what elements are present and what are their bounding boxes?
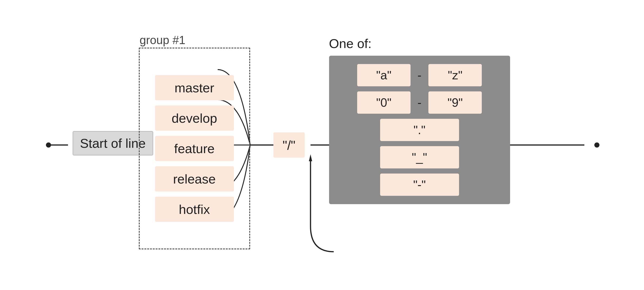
branch-feature: feature <box>155 136 234 161</box>
char-a: "a" <box>357 64 410 86</box>
diagram-container: Start of line group #1 master develop fe… <box>32 18 612 272</box>
branch-release: release <box>155 166 234 192</box>
one-of-row-09: "0" - "9" <box>338 92 501 114</box>
svg-marker-4 <box>309 154 312 161</box>
one-of-row-underscore: "_" <box>338 146 501 168</box>
one-of-row-dot: "." <box>338 119 501 141</box>
char-0: "0" <box>357 92 410 114</box>
start-of-line-label: Start of line <box>80 136 146 150</box>
end-dot <box>594 142 600 148</box>
one-of-row-hyphen: "-" <box>338 174 501 196</box>
char-underscore: "_" <box>380 146 459 168</box>
group-label: group #1 <box>140 34 186 47</box>
char-9: "9" <box>428 92 482 114</box>
one-of-box: "a" - "z" "0" - "9" "." "_" "-" <box>329 56 510 204</box>
branch-develop: develop <box>155 106 234 131</box>
group-items: master develop feature release hotfix <box>155 75 234 222</box>
char-z: "z" <box>428 64 482 86</box>
group-box: group #1 master develop feature release … <box>139 48 250 250</box>
start-dot <box>46 142 51 148</box>
one-of-label: One of: <box>329 36 510 51</box>
one-of-section: One of: "a" - "z" "0" - "9" "." "_" <box>329 36 510 204</box>
branch-master: master <box>155 75 234 100</box>
dash-az: - <box>418 68 422 82</box>
branch-hotfix: hotfix <box>155 197 234 222</box>
slash-token: "/" <box>274 132 305 158</box>
dash-09: - <box>418 96 422 110</box>
one-of-row-az: "a" - "z" <box>338 64 501 86</box>
char-hyphen: "-" <box>380 174 459 196</box>
char-dot: "." <box>380 119 459 141</box>
